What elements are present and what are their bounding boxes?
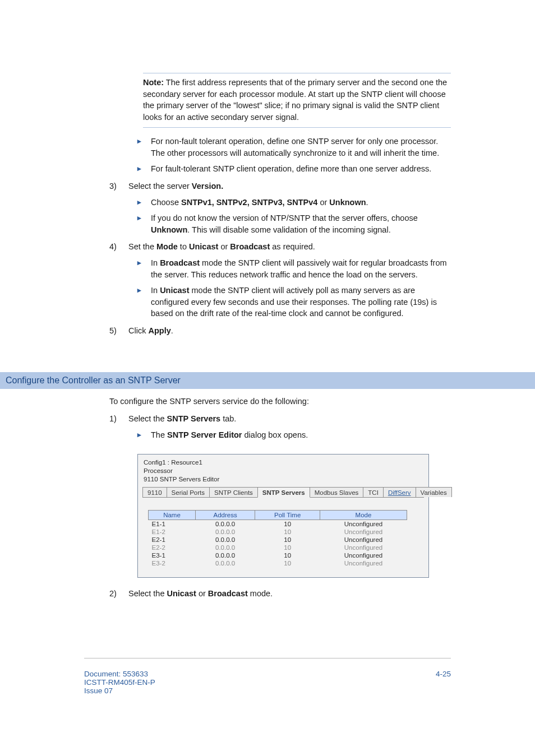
step-text: Click Apply. — [128, 325, 173, 337]
tab-diffserv[interactable]: DiffServ — [383, 487, 416, 497]
cell-mode: Unconfigured — [320, 528, 407, 536]
bullet-text: For fault-tolerant SNTP client operation… — [151, 163, 431, 175]
cell-address: 0.0.0.0 — [196, 536, 255, 544]
cell-name: E1-2 — [149, 528, 196, 536]
step-number: 2) — [109, 588, 123, 600]
footer-doc-code: ICSTT-RM405f-EN-P — [84, 678, 155, 687]
note-label: Note: — [143, 78, 164, 87]
cell-poll-time: 10 — [255, 520, 320, 528]
table-row[interactable]: E1-10.0.0.010Unconfigured — [149, 520, 407, 528]
arrow-right-icon: ▸ — [137, 212, 145, 235]
tab-tci[interactable]: TCI — [363, 487, 384, 497]
arrow-right-icon: ▸ — [137, 163, 145, 175]
cell-address: 0.0.0.0 — [196, 559, 255, 567]
bullet-text: The SNTP Server Editor dialog box opens. — [151, 429, 308, 441]
cell-name: E2-1 — [149, 536, 196, 544]
intro-text: To configure the SNTP servers service do… — [109, 396, 451, 407]
step-text: Set the Mode to Unicast or Broadcast as … — [128, 241, 315, 253]
cell-mode: Unconfigured — [320, 536, 407, 544]
column-header[interactable]: Mode — [320, 511, 407, 520]
note-text: The first address represents that of the… — [143, 78, 447, 122]
step-number: 1) — [109, 413, 123, 425]
table-row[interactable]: E3-20.0.0.010Unconfigured — [149, 559, 407, 567]
arrow-right-icon: ▸ — [137, 429, 145, 441]
tab-variables[interactable]: Variables — [416, 487, 452, 497]
bullet-text: If you do not know the version of NTP/SN… — [151, 212, 451, 235]
column-header[interactable]: Address — [196, 511, 255, 520]
cell-mode: Unconfigured — [320, 520, 407, 528]
table-row[interactable]: E3-10.0.0.010Unconfigured — [149, 551, 407, 559]
page-number: 4-25 — [436, 670, 451, 695]
tab-serial-ports[interactable]: Serial Ports — [167, 487, 210, 497]
bullet-item: ▸ In Broadcast mode the SNTP client will… — [137, 257, 451, 280]
step-number: 3) — [109, 180, 123, 192]
bullet-item: ▸ For non-fault tolerant operation, defi… — [137, 136, 451, 159]
dialog-title-1: Config1 : Resource1 — [142, 458, 424, 466]
cell-name: E3-2 — [149, 559, 196, 567]
tab-strip: 9110Serial PortsSNTP ClientsSNTP Servers… — [142, 486, 424, 498]
step-1: 1) Select the SNTP Servers tab. — [109, 413, 451, 425]
cell-poll-time: 10 — [255, 536, 320, 544]
bullet-item: ▸ If you do not know the version of NTP/… — [137, 212, 451, 235]
column-header[interactable]: Poll Time — [255, 511, 320, 520]
bullet-text: In Broadcast mode the SNTP client will p… — [151, 257, 451, 280]
bullet-item: ▸ For fault-tolerant SNTP client operati… — [137, 163, 451, 175]
tab-sntp-clients[interactable]: SNTP Clients — [209, 487, 258, 497]
bullet-item: ▸ Choose SNTPv1, SNTPv2, SNTPv3, SNTPv4 … — [137, 197, 451, 208]
dialog-title-2: Processor — [142, 466, 424, 475]
cell-address: 0.0.0.0 — [196, 520, 255, 528]
bullet-item: ▸ The SNTP Server Editor dialog box open… — [137, 429, 451, 441]
step-5: 5) Click Apply. — [109, 325, 451, 337]
cell-poll-time: 10 — [255, 544, 320, 551]
step-2: 2) Select the Unicast or Broadcast mode. — [109, 588, 451, 600]
footer-doc-info: Document: 553633 ICSTT-RM405f-EN-P Issue… — [84, 670, 155, 695]
step-text: Select the Unicast or Broadcast mode. — [128, 588, 273, 600]
cell-mode: Unconfigured — [320, 544, 407, 551]
step-text: Select the SNTP Servers tab. — [128, 413, 236, 425]
sntp-servers-table: NameAddressPoll TimeMode E1-10.0.0.010Un… — [148, 510, 407, 567]
tab-modbus-slaves[interactable]: Modbus Slaves — [310, 487, 364, 497]
bullet-text: Choose SNTPv1, SNTPv2, SNTPv3, SNTPv4 or… — [151, 197, 368, 208]
bullet-text: In Unicast mode the SNTP client will act… — [151, 285, 451, 319]
step-text: Select the server Version. — [128, 180, 223, 192]
cell-poll-time: 10 — [255, 528, 320, 536]
arrow-right-icon: ▸ — [137, 197, 145, 208]
cell-mode: Unconfigured — [320, 559, 407, 567]
cell-address: 0.0.0.0 — [196, 528, 255, 536]
step-4: 4) Set the Mode to Unicast or Broadcast … — [109, 241, 451, 253]
arrow-right-icon: ▸ — [137, 136, 145, 159]
cell-name: E2-2 — [149, 544, 196, 551]
dialog-title-3: 9110 SNTP Servers Editor — [142, 475, 424, 483]
bullet-text: For non-fault tolerant operation, define… — [151, 136, 451, 159]
arrow-right-icon: ▸ — [137, 285, 145, 319]
footer-issue: Issue 07 — [84, 687, 155, 695]
table-row[interactable]: E2-10.0.0.010Unconfigured — [149, 536, 407, 544]
arrow-right-icon: ▸ — [137, 257, 145, 280]
column-header[interactable]: Name — [149, 511, 196, 520]
footer-doc-number: Document: 553633 — [84, 670, 155, 678]
cell-address: 0.0.0.0 — [196, 551, 255, 559]
cell-mode: Unconfigured — [320, 551, 407, 559]
step-number: 4) — [109, 241, 123, 253]
cell-name: E1-1 — [149, 520, 196, 528]
step-3: 3) Select the server Version. — [109, 180, 451, 192]
note-block: Note: The first address represents that … — [143, 73, 451, 128]
table-row[interactable]: E2-20.0.0.010Unconfigured — [149, 544, 407, 551]
tab-9110[interactable]: 9110 — [142, 487, 167, 497]
section-heading: Configure the Controller as an SNTP Serv… — [0, 372, 535, 389]
cell-address: 0.0.0.0 — [196, 544, 255, 551]
cell-name: E3-1 — [149, 551, 196, 559]
sntp-servers-editor-screenshot: Config1 : Resource1 Processor 9110 SNTP … — [137, 454, 429, 578]
table-row[interactable]: E1-20.0.0.010Unconfigured — [149, 528, 407, 536]
cell-poll-time: 10 — [255, 559, 320, 567]
page-footer: Document: 553633 ICSTT-RM405f-EN-P Issue… — [0, 658, 535, 717]
step-number: 5) — [109, 325, 123, 337]
cell-poll-time: 10 — [255, 551, 320, 559]
bullet-item: ▸ In Unicast mode the SNTP client will a… — [137, 285, 451, 319]
tab-sntp-servers[interactable]: SNTP Servers — [257, 487, 310, 498]
